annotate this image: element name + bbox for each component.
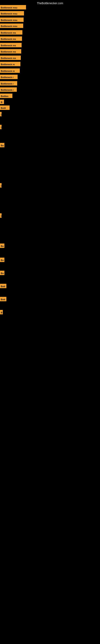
bottleneck-item: Bottleneck res (0, 30, 22, 34)
bottleneck-item: Bottleneck r (0, 81, 17, 86)
bottleneck-item: Bottleneck resu (0, 5, 26, 10)
bottleneck-item: Bottleneck resu (0, 11, 24, 16)
bottleneck-item: Bottleneck re (0, 62, 20, 66)
bottleneck-item: | (0, 213, 1, 218)
bottleneck-item: Bottleneck r (0, 75, 18, 79)
bottleneck-item: Bo (0, 258, 4, 262)
bottleneck-item: B (0, 100, 4, 104)
bottleneck-item: Bott (0, 284, 6, 288)
bottleneck-item: | (0, 125, 1, 129)
bottleneck-item: Bo (0, 244, 4, 248)
bottleneck-item: Bottleneck resu (0, 24, 23, 28)
bottleneck-item: Bottleneck res (0, 49, 21, 54)
bottleneck-item: Bott (0, 297, 6, 301)
bottleneck-item: Bottleneck re (0, 68, 20, 73)
bottleneck-item: Bottleneck r (0, 87, 17, 92)
bottleneck-item: B (0, 310, 3, 314)
bottleneck-item: Bottleneck res (0, 56, 21, 60)
bottleneck-item: Bottleneck res (0, 43, 22, 47)
bottleneck-item: | (0, 183, 1, 188)
bottleneck-item: | (0, 112, 1, 116)
bottleneck-item: Bottlen (0, 94, 12, 98)
bottleneck-item: Bottl (0, 106, 10, 110)
bottleneck-item: Bottleneck resu (0, 18, 24, 22)
bottleneck-item: Bo (0, 143, 4, 147)
bottleneck-item: Bo (0, 271, 4, 275)
bottleneck-item: Bottleneck res (0, 36, 22, 41)
